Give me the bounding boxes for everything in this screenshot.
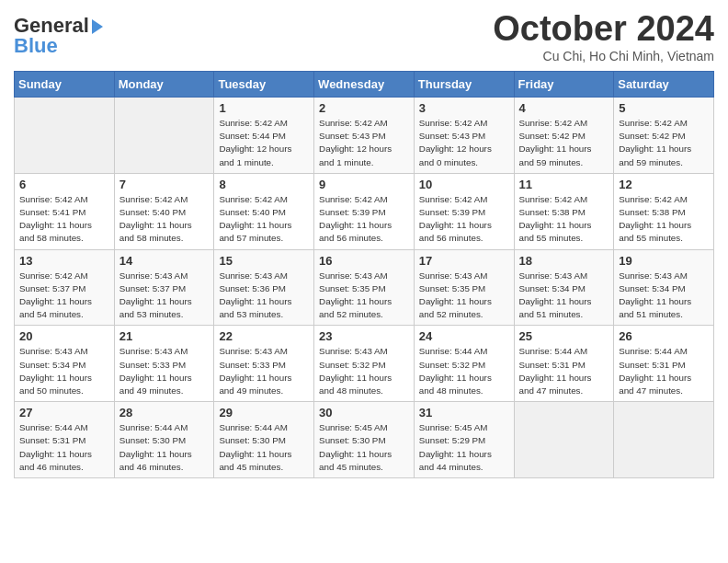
day-number: 21: [119, 329, 210, 343]
calendar-cell: 13Sunrise: 5:42 AM Sunset: 5:37 PM Dayli…: [15, 249, 115, 326]
day-number: 18: [519, 254, 609, 268]
calendar-week-5: 27Sunrise: 5:44 AM Sunset: 5:31 PM Dayli…: [15, 402, 714, 478]
day-number: 13: [19, 254, 109, 268]
day-number: 19: [619, 254, 709, 268]
day-number: 6: [19, 178, 109, 191]
day-number: 7: [119, 178, 210, 191]
calendar-cell: 11Sunrise: 5:42 AM Sunset: 5:38 PM Dayli…: [514, 173, 614, 249]
calendar-cell: 20Sunrise: 5:43 AM Sunset: 5:34 PM Dayli…: [15, 326, 115, 402]
day-info: Sunrise: 5:45 AM Sunset: 5:29 PM Dayligh…: [419, 421, 509, 474]
day-number: 20: [19, 329, 109, 343]
day-info: Sunrise: 5:42 AM Sunset: 5:44 PM Dayligh…: [219, 117, 309, 169]
day-info: Sunrise: 5:42 AM Sunset: 5:41 PM Dayligh…: [19, 193, 109, 246]
weekday-header-sunday: Sunday: [15, 72, 115, 98]
day-info: Sunrise: 5:44 AM Sunset: 5:31 PM Dayligh…: [519, 345, 609, 397]
day-number: 5: [619, 101, 709, 115]
calendar-week-1: 1Sunrise: 5:42 AM Sunset: 5:44 PM Daylig…: [15, 98, 714, 174]
calendar-cell: 15Sunrise: 5:43 AM Sunset: 5:36 PM Dayli…: [214, 249, 314, 326]
day-number: 2: [319, 101, 409, 115]
day-number: 14: [119, 254, 210, 268]
calendar-week-4: 20Sunrise: 5:43 AM Sunset: 5:34 PM Dayli…: [15, 326, 714, 402]
day-info: Sunrise: 5:43 AM Sunset: 5:32 PM Dayligh…: [319, 345, 409, 397]
calendar-table: SundayMondayTuesdayWednesdayThursdayFrid…: [14, 71, 714, 478]
calendar-cell: 6Sunrise: 5:42 AM Sunset: 5:41 PM Daylig…: [15, 173, 115, 249]
weekday-header-saturday: Saturday: [614, 72, 714, 98]
day-info: Sunrise: 5:45 AM Sunset: 5:30 PM Dayligh…: [319, 421, 409, 474]
calendar-cell: 26Sunrise: 5:44 AM Sunset: 5:31 PM Dayli…: [614, 326, 714, 402]
calendar-week-3: 13Sunrise: 5:42 AM Sunset: 5:37 PM Dayli…: [15, 249, 714, 326]
calendar-body: 1Sunrise: 5:42 AM Sunset: 5:44 PM Daylig…: [15, 98, 714, 478]
calendar-cell: [514, 402, 614, 478]
day-info: Sunrise: 5:44 AM Sunset: 5:30 PM Dayligh…: [119, 421, 210, 474]
calendar-cell: 18Sunrise: 5:43 AM Sunset: 5:34 PM Dayli…: [514, 249, 614, 326]
day-number: 3: [419, 101, 509, 115]
calendar-cell: 21Sunrise: 5:43 AM Sunset: 5:33 PM Dayli…: [114, 326, 214, 402]
calendar-cell: 5Sunrise: 5:42 AM Sunset: 5:42 PM Daylig…: [614, 98, 714, 174]
weekday-header-monday: Monday: [114, 72, 214, 98]
calendar-cell: 1Sunrise: 5:42 AM Sunset: 5:44 PM Daylig…: [214, 98, 314, 174]
weekday-header-tuesday: Tuesday: [214, 72, 314, 98]
day-info: Sunrise: 5:43 AM Sunset: 5:34 PM Dayligh…: [519, 270, 609, 322]
calendar-cell: [614, 402, 714, 478]
calendar-cell: 7Sunrise: 5:42 AM Sunset: 5:40 PM Daylig…: [114, 173, 214, 249]
day-number: 12: [619, 178, 709, 191]
weekday-header-friday: Friday: [514, 72, 614, 98]
calendar-header-row: SundayMondayTuesdayWednesdayThursdayFrid…: [15, 72, 714, 98]
day-info: Sunrise: 5:44 AM Sunset: 5:31 PM Dayligh…: [619, 345, 709, 397]
day-number: 1: [219, 101, 309, 115]
day-info: Sunrise: 5:43 AM Sunset: 5:34 PM Dayligh…: [19, 345, 109, 397]
day-info: Sunrise: 5:44 AM Sunset: 5:31 PM Dayligh…: [19, 421, 109, 474]
weekday-header-thursday: Thursday: [414, 72, 514, 98]
day-info: Sunrise: 5:42 AM Sunset: 5:40 PM Dayligh…: [219, 193, 309, 246]
day-number: 16: [319, 254, 409, 268]
location: Cu Chi, Ho Chi Minh, Vietnam: [493, 49, 714, 63]
day-number: 24: [419, 329, 509, 343]
day-info: Sunrise: 5:42 AM Sunset: 5:43 PM Dayligh…: [419, 117, 509, 169]
day-info: Sunrise: 5:43 AM Sunset: 5:34 PM Dayligh…: [619, 270, 709, 322]
day-number: 10: [419, 178, 509, 191]
day-info: Sunrise: 5:42 AM Sunset: 5:42 PM Dayligh…: [519, 117, 609, 169]
calendar-cell: 25Sunrise: 5:44 AM Sunset: 5:31 PM Dayli…: [514, 326, 614, 402]
day-info: Sunrise: 5:42 AM Sunset: 5:39 PM Dayligh…: [319, 193, 409, 246]
day-number: 22: [219, 329, 309, 343]
day-number: 9: [319, 178, 409, 191]
day-info: Sunrise: 5:42 AM Sunset: 5:42 PM Dayligh…: [619, 117, 709, 169]
day-number: 8: [219, 178, 309, 191]
day-number: 25: [519, 329, 609, 343]
day-info: Sunrise: 5:42 AM Sunset: 5:43 PM Dayligh…: [319, 117, 409, 169]
calendar-cell: 9Sunrise: 5:42 AM Sunset: 5:39 PM Daylig…: [314, 173, 415, 249]
calendar-cell: 29Sunrise: 5:44 AM Sunset: 5:30 PM Dayli…: [214, 402, 314, 478]
day-number: 28: [119, 406, 210, 419]
calendar-cell: 19Sunrise: 5:43 AM Sunset: 5:34 PM Dayli…: [614, 249, 714, 326]
day-number: 30: [319, 406, 409, 419]
day-number: 15: [219, 254, 309, 268]
day-number: 11: [519, 178, 609, 191]
calendar-cell: 24Sunrise: 5:44 AM Sunset: 5:32 PM Dayli…: [414, 326, 514, 402]
day-number: 17: [419, 254, 509, 268]
calendar-cell: [15, 98, 115, 174]
calendar-cell: 8Sunrise: 5:42 AM Sunset: 5:40 PM Daylig…: [214, 173, 314, 249]
day-info: Sunrise: 5:43 AM Sunset: 5:36 PM Dayligh…: [219, 270, 309, 322]
calendar-cell: 27Sunrise: 5:44 AM Sunset: 5:31 PM Dayli…: [15, 402, 115, 478]
day-info: Sunrise: 5:42 AM Sunset: 5:37 PM Dayligh…: [19, 270, 109, 322]
day-info: Sunrise: 5:43 AM Sunset: 5:35 PM Dayligh…: [319, 270, 409, 322]
day-number: 26: [619, 329, 709, 343]
day-number: 4: [519, 101, 609, 115]
day-info: Sunrise: 5:43 AM Sunset: 5:33 PM Dayligh…: [119, 345, 210, 397]
calendar-cell: 16Sunrise: 5:43 AM Sunset: 5:35 PM Dayli…: [314, 249, 415, 326]
day-info: Sunrise: 5:42 AM Sunset: 5:40 PM Dayligh…: [119, 193, 210, 246]
day-number: 27: [19, 406, 109, 419]
calendar-cell: 4Sunrise: 5:42 AM Sunset: 5:42 PM Daylig…: [514, 98, 614, 174]
day-number: 23: [319, 329, 409, 343]
day-info: Sunrise: 5:42 AM Sunset: 5:38 PM Dayligh…: [519, 193, 609, 246]
calendar-cell: 3Sunrise: 5:42 AM Sunset: 5:43 PM Daylig…: [414, 98, 514, 174]
day-info: Sunrise: 5:43 AM Sunset: 5:35 PM Dayligh…: [419, 270, 509, 322]
day-info: Sunrise: 5:42 AM Sunset: 5:38 PM Dayligh…: [619, 193, 709, 246]
day-info: Sunrise: 5:43 AM Sunset: 5:33 PM Dayligh…: [219, 345, 309, 397]
month-title: October 2024: [493, 9, 714, 49]
calendar-week-2: 6Sunrise: 5:42 AM Sunset: 5:41 PM Daylig…: [15, 173, 714, 249]
calendar-cell: 31Sunrise: 5:45 AM Sunset: 5:29 PM Dayli…: [414, 402, 514, 478]
day-info: Sunrise: 5:43 AM Sunset: 5:37 PM Dayligh…: [119, 270, 210, 322]
calendar-cell: 17Sunrise: 5:43 AM Sunset: 5:35 PM Dayli…: [414, 249, 514, 326]
calendar-cell: 30Sunrise: 5:45 AM Sunset: 5:30 PM Dayli…: [314, 402, 415, 478]
